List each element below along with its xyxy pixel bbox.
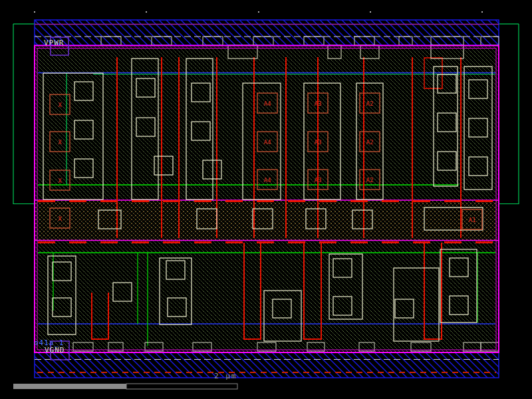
svg-text:A1: A1 [469,217,476,223]
svg-text:X: X [58,102,62,108]
ruler-ticks [34,11,483,13]
top-power-rail [35,20,499,45]
svg-text:A3: A3 [315,139,322,146]
layout-canvas[interactable]: XXXA4A4A4A3A3A3A2A2A2XA1 [0,0,532,399]
svg-text:X: X [58,139,62,146]
vpwr-port-label: VPWR [44,39,65,47]
svg-text:A2: A2 [366,139,374,146]
scale-bar [13,384,237,389]
svg-text:A2: A2 [366,100,374,107]
svg-text:A2: A2 [366,177,374,184]
svg-text:A4: A4 [264,100,271,107]
svg-text:X: X [58,178,62,184]
svg-text:X: X [58,215,62,222]
vgnd-port-label: VGND [45,346,65,354]
svg-text:A4: A4 [264,139,271,146]
layout-viewer-window: XXXA4A4A4A3A3A3A2A2A2XA1 VPWR o41a_1 VGN… [0,0,532,399]
cell-interior [35,46,498,352]
scale-bar-label: 2 µm [214,372,237,380]
svg-text:A3: A3 [315,177,322,184]
bottom-power-rail [35,352,499,378]
svg-text:A3: A3 [315,100,322,107]
svg-text:A4: A4 [264,177,271,184]
